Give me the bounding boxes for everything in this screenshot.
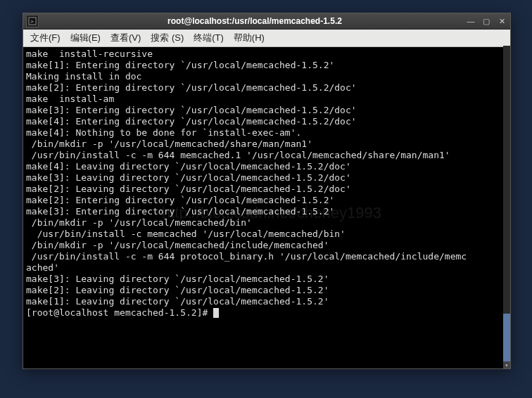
terminal-line: make[3]: Leaving directory `/usr/local/m…: [26, 274, 507, 285]
app-icon: >: [26, 15, 39, 27]
terminal-line: make[4]: Nothing to be done for `install…: [26, 127, 507, 139]
menu-terminal[interactable]: 终端(T): [189, 30, 228, 46]
terminal-line: make[2]: Leaving directory `/usr/local/m…: [26, 184, 507, 195]
terminal-line: make install-recursive: [26, 49, 507, 60]
menu-file[interactable]: 文件(F): [26, 30, 65, 46]
terminal-line: make[4]: Leaving directory `/usr/local/m…: [26, 161, 507, 172]
terminal-prompt-line[interactable]: [root@localhost memcached-1.5.2]#: [26, 307, 507, 319]
terminal-line: /bin/mkdir -p '/usr/local/memcached/shar…: [26, 139, 507, 150]
terminal-line: make[3]: Entering directory `/usr/local/…: [26, 206, 507, 217]
terminal-line: /usr/bin/install -c memcached '/usr/loca…: [26, 229, 507, 240]
menu-view[interactable]: 查看(V): [106, 30, 145, 46]
terminal-line: /bin/mkdir -p '/usr/local/memcached/incl…: [26, 240, 507, 251]
terminal-cursor: [213, 308, 219, 318]
svg-text:>: >: [30, 18, 34, 25]
titlebar[interactable]: > root@localhost:/usr/local/memcached-1.…: [23, 13, 510, 30]
scrollbar[interactable]: ▾: [503, 46, 510, 368]
menu-edit[interactable]: 编辑(E): [66, 30, 105, 46]
menu-help[interactable]: 帮助(H): [229, 30, 269, 46]
scroll-thumb[interactable]: [503, 314, 510, 363]
maximize-button[interactable]: ▢: [481, 16, 492, 26]
menu-search[interactable]: 搜索 (S): [146, 30, 188, 46]
minimize-button[interactable]: —: [465, 16, 476, 26]
terminal-line: make[2]: Entering directory `/usr/local/…: [26, 195, 507, 206]
terminal-line: /bin/mkdir -p '/usr/local/memcached/bin': [26, 217, 507, 229]
terminal-line: Making install in doc: [26, 71, 507, 82]
terminal-output[interactable]: make install-recursivemake[1]: Entering …: [23, 47, 510, 368]
menubar: 文件(F) 编辑(E) 查看(V) 搜索 (S) 终端(T) 帮助(H): [23, 30, 510, 47]
window-controls: — ▢ ✕: [465, 16, 507, 26]
terminal-line: make install-am: [26, 94, 507, 105]
terminal-line: make[1]: Entering directory `/usr/local/…: [26, 60, 507, 71]
terminal-line: make[4]: Entering directory `/usr/local/…: [26, 116, 507, 127]
terminal-line: make[2]: Leaving directory `/usr/local/m…: [26, 285, 507, 296]
terminal-line: make[3]: Entering directory `/usr/local/…: [26, 105, 507, 116]
terminal-window: > root@localhost:/usr/local/memcached-1.…: [23, 13, 511, 369]
terminal-prompt: [root@localhost memcached-1.5.2]#: [26, 307, 213, 318]
window-title: root@localhost:/usr/local/memcached-1.5.…: [44, 16, 465, 26]
terminal-line: make[1]: Leaving directory `/usr/local/m…: [26, 296, 507, 307]
terminal-line: make[2]: Entering directory `/usr/local/…: [26, 82, 507, 94]
scroll-down-icon[interactable]: ▾: [503, 361, 510, 368]
terminal-line: make[3]: Leaving directory `/usr/local/m…: [26, 172, 507, 184]
terminal-line: /usr/bin/install -c -m 644 protocol_bina…: [26, 251, 507, 262]
terminal-line: /usr/bin/install -c -m 644 memcached.1 '…: [26, 150, 507, 161]
terminal-line: ached': [26, 262, 507, 274]
close-button[interactable]: ✕: [496, 16, 507, 26]
